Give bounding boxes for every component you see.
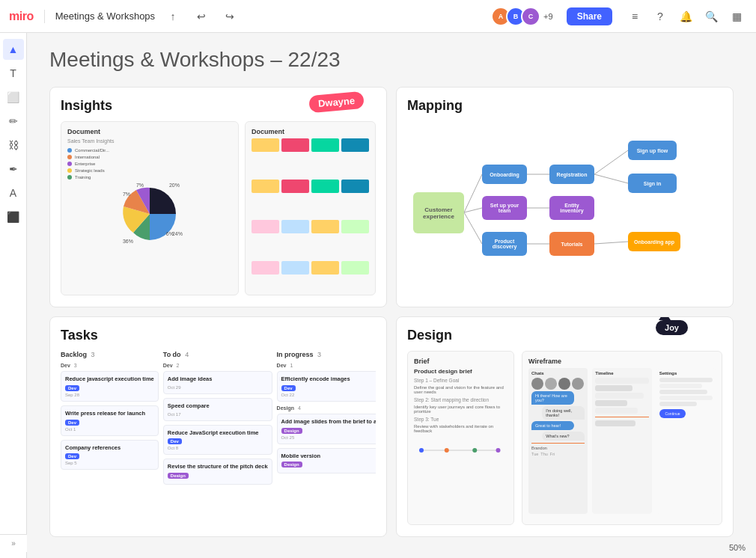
mapping-title: Mapping [407, 98, 722, 114]
map-node-onboarding-app: Onboarding app [628, 232, 680, 251]
top-bar: miro Meetings & Workshops ↑ ↩ ↪ A B C +9… [0, 0, 756, 33]
task-card: Add image ideas Oct 29 [163, 371, 272, 394]
svg-point-13 [496, 448, 501, 453]
sticky-note [311, 261, 339, 275]
task-card: Write press release for launch Dev Oct 1 [61, 405, 159, 436]
map-node-registration: Registration [549, 165, 594, 184]
doc-title: Document [67, 128, 232, 135]
board-title: Meetings & Workshops [55, 10, 155, 22]
undo-button[interactable]: ↩ [191, 6, 212, 27]
design-panel: Design Joy Brief Product design brief St… [396, 316, 734, 537]
share-button[interactable]: Share [567, 7, 612, 25]
page-title: Meetings & Workshops – 22/23 [49, 48, 734, 72]
redo-button[interactable]: ↪ [219, 6, 240, 27]
divider [44, 10, 45, 23]
settings-icon[interactable]: ≡ [624, 6, 645, 27]
design-wireframe: Wireframe Chats [522, 351, 722, 525]
sticky-note [341, 180, 369, 193]
pie-chart: 7% 7% 20% 24% 36% 6% [120, 184, 180, 244]
chart-title: Sales Team Insights [67, 138, 232, 144]
insights-panel: Insights Dwayne Document Sales Team Insi… [49, 87, 387, 307]
insights-doc-chart: Document Sales Team Insights Commercial/… [61, 121, 239, 295]
brief-step1-text: Define the goal and vision for the featu… [414, 385, 507, 394]
app-logo: miro [9, 10, 34, 23]
joy-badge: Joy [656, 320, 688, 335]
task-card: Add image slides from the brief to a boa… [277, 414, 376, 444]
brief-step2-text: Identify key user journeys and core flow… [414, 405, 507, 414]
apps-icon[interactable]: ▦ [726, 6, 747, 27]
backlog-column: Backlog 3 Dev 3 Reduce javascript execut… [61, 351, 159, 525]
todo-header: To do 4 [163, 351, 272, 358]
sticky-notes-grid [252, 138, 369, 295]
panels-grid: Insights Dwayne Document Sales Team Insi… [49, 87, 734, 537]
svg-line-7 [594, 174, 628, 183]
notifications-icon[interactable]: 🔔 [675, 6, 696, 27]
tasks-title: Tasks [61, 328, 376, 343]
sticky-note [252, 261, 279, 275]
draw-tool[interactable]: ✒ [3, 159, 24, 180]
connector-tool[interactable]: ⛓ [3, 135, 24, 156]
tasks-panel: Tasks Backlog 3 Dev 3 Reduce javascript … [49, 316, 387, 537]
svg-point-12 [472, 448, 477, 453]
sticky-note [252, 180, 279, 193]
sticky-note [341, 261, 369, 275]
export-button[interactable]: ↑ [162, 6, 183, 27]
brief-step3-text: Review with stakeholders and iterate on … [414, 424, 507, 433]
sticky-note [281, 180, 309, 193]
frame-tool[interactable]: ⬛ [3, 206, 24, 227]
map-node-onboarding: Onboarding [482, 165, 527, 184]
avatar-count: +9 [543, 12, 553, 21]
mapping-inner: Customerexperience Onboarding Registrati… [407, 121, 722, 295]
svg-line-2 [464, 212, 482, 244]
task-card: Speed compare Oct 17 [163, 398, 272, 421]
mapping-panel: Mapping [396, 87, 734, 307]
svg-line-1 [464, 208, 482, 212]
sticky-note [341, 138, 369, 152]
inprogress-header: In progress 3 [277, 351, 376, 358]
brief-step2: Step 2: Start mapping the direction [414, 397, 507, 402]
font-tool[interactable]: A [3, 183, 24, 203]
canvas-area: ▲ T ⬜ ✏ ⛓ ✒ A ⬛ » Meetings & Workshops –… [0, 33, 756, 558]
task-card: Revise the structure of the pitch deck D… [163, 459, 272, 485]
design-brief: Brief Product design brief Step 1 – Defi… [407, 351, 514, 525]
svg-line-0 [464, 174, 482, 212]
right-icons: ≡ ? 🔔 🔍 ▦ [624, 6, 747, 27]
zoom-label: 50% [729, 543, 746, 552]
map-node-entity: Entityinventory [549, 196, 594, 220]
map-node-signup: Sign up flow [628, 141, 677, 160]
insights-doc-stickies: Document [245, 121, 376, 295]
collapse-toolbar[interactable]: » [0, 534, 27, 552]
select-tool[interactable]: ▲ [3, 39, 24, 60]
map-node-signin: Sign in [628, 174, 677, 193]
map-node-setup: Set up yourteam [482, 196, 527, 220]
sticky-note [311, 138, 339, 152]
inprogress-column: In progress 3 Dev 1 Efficiently encode i… [277, 351, 376, 525]
joy-cursor: Joy [656, 316, 688, 335]
todo-column: To do 4 Dev 2 Add image ideas Oct 29 Spe… [163, 351, 272, 525]
help-icon[interactable]: ? [650, 6, 671, 27]
search-icon[interactable]: 🔍 [701, 6, 722, 27]
sticky-note [311, 220, 339, 233]
map-node-customer: Customerexperience [413, 192, 464, 233]
main-content: Meetings & Workshops – 22/23 Insights Dw… [27, 33, 756, 558]
task-card: Efficiently encode images Dev Oct 22 [277, 371, 376, 402]
sticky-note [252, 138, 279, 152]
sticky-note [311, 180, 339, 193]
dev-subheader: Dev 3 [61, 363, 159, 368]
avatar-group: A B C +9 [491, 7, 553, 26]
pen-tool[interactable]: ✏ [3, 111, 24, 132]
svg-line-8 [594, 242, 628, 244]
sticky-note [281, 261, 309, 275]
svg-point-10 [419, 448, 424, 453]
map-node-tutorials: Tutorials [549, 232, 594, 256]
backlog-header: Backlog 3 [61, 351, 159, 358]
task-card: Company references Dev Sep 5 [61, 440, 159, 470]
shape-tool[interactable]: ⬜ [3, 87, 24, 108]
sticky-note [281, 138, 309, 152]
svg-line-6 [594, 150, 628, 174]
design-inner: Brief Product design brief Step 1 – Defi… [407, 351, 722, 525]
svg-point-11 [445, 448, 449, 453]
brief-step3: Step 3: Tue [414, 417, 507, 422]
text-tool[interactable]: T [3, 63, 24, 84]
brief-step1: Step 1 – Define Goal [414, 378, 507, 383]
